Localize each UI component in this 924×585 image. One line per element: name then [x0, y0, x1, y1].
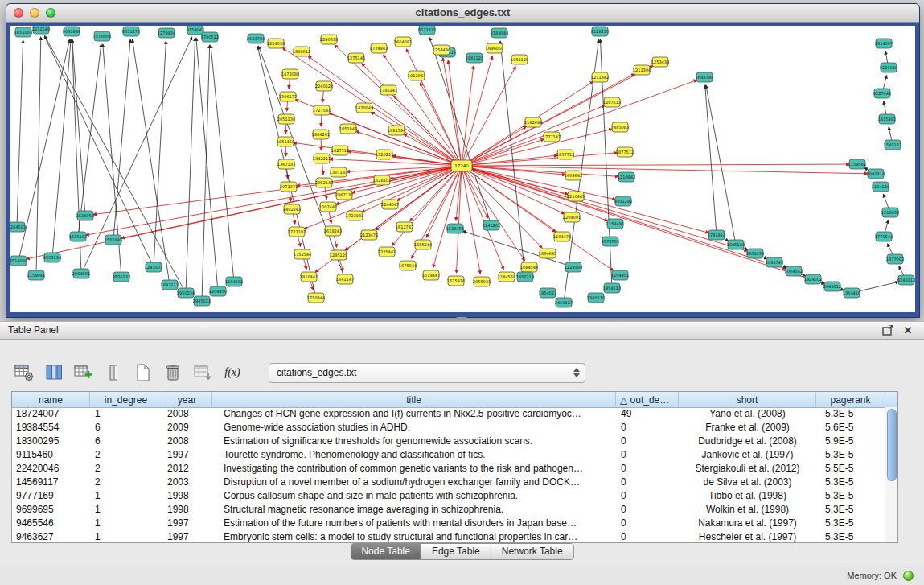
- add-column-button[interactable]: [72, 362, 95, 383]
- scrollbar-thumb[interactable]: [887, 409, 897, 481]
- close-window-button[interactable]: [14, 8, 23, 18]
- cell-title[interactable]: Corpus callosum shape and size in male p…: [212, 489, 616, 503]
- network-node[interactable]: 1216642: [618, 172, 635, 182]
- splitter-handle[interactable]: [456, 317, 467, 320]
- network-node[interactable]: 1284503: [10, 222, 26, 232]
- network-node[interactable]: 1306177: [279, 92, 297, 101]
- cell-pagerank[interactable]: 5.3E-5: [816, 407, 885, 421]
- tab-network-table[interactable]: Network Table: [491, 544, 573, 559]
- network-node[interactable]: 1648794: [696, 72, 713, 82]
- network-node[interactable]: 1884201: [312, 130, 330, 139]
- cell-name[interactable]: 9465546: [12, 517, 90, 530]
- network-node[interactable]: 6141201: [483, 220, 500, 230]
- network-node[interactable]: 1877512: [616, 147, 634, 157]
- cell-name[interactable]: 9463627: [12, 530, 90, 542]
- cell-out-degree[interactable]: 0: [616, 448, 679, 462]
- network-node[interactable]: 1604642: [565, 171, 582, 180]
- cell-pagerank[interactable]: 5.3E-5: [816, 489, 885, 503]
- network-node[interactable]: 2204091: [563, 212, 581, 222]
- network-node[interactable]: 2244047: [381, 200, 399, 209]
- network-node[interactable]: 4579701: [602, 237, 619, 246]
- network-node[interactable]: 1420049: [355, 103, 373, 113]
- table-row[interactable]: 2242004622012Investigating the contribut…: [12, 462, 885, 476]
- network-node[interactable]: 1881594: [388, 126, 405, 135]
- cell-out-degree[interactable]: 0: [616, 517, 679, 530]
- cell-short[interactable]: Dudbridge et al. (2008): [679, 435, 816, 448]
- network-node[interactable]: 2945021: [193, 296, 211, 306]
- network-node[interactable]: 1981120: [466, 53, 483, 63]
- network-node[interactable]: 8651276: [122, 27, 140, 36]
- network-node[interactable]: 1675936: [447, 276, 465, 286]
- network-node[interactable]: 1641147: [336, 274, 354, 284]
- network-node[interactable]: 1210653: [881, 208, 899, 217]
- float-panel-icon[interactable]: [882, 324, 895, 336]
- cell-short[interactable]: Nakamura et al. (1997): [679, 517, 816, 530]
- network-node[interactable]: 1501945: [105, 235, 122, 245]
- cell-title[interactable]: Embryonic stem cells: a model to study s…: [212, 530, 616, 542]
- cell-year[interactable]: 1997: [162, 448, 212, 462]
- network-node[interactable]: 1727541: [313, 105, 331, 115]
- network-node[interactable]: 2450127: [555, 298, 573, 307]
- network-node[interactable]: 1696050: [486, 43, 503, 53]
- cell-short[interactable]: Wolkin et al. (1998): [679, 503, 816, 517]
- cell-in-degree[interactable]: 2: [90, 476, 162, 489]
- cell-year[interactable]: 2008: [162, 407, 212, 421]
- cell-in-degree[interactable]: 6: [90, 435, 162, 448]
- cell-short[interactable]: Hescheler et al. (1997): [679, 530, 816, 542]
- network-node[interactable]: 4501292: [614, 196, 632, 206]
- cell-name[interactable]: 9115460: [12, 448, 90, 462]
- cell-name[interactable]: 18300295: [12, 435, 90, 448]
- delete-table-button[interactable]: [162, 362, 184, 383]
- column-header-in-degree[interactable]: in_degree: [90, 392, 162, 407]
- table-row[interactable]: 946362711997Embryonic stem cells: a mode…: [12, 530, 885, 542]
- network-node[interactable]: 1914007: [875, 39, 893, 48]
- table-row[interactable]: 911546021997Tourette syndrome. Phenomeno…: [12, 448, 885, 462]
- zoom-window-button[interactable]: [46, 8, 55, 18]
- network-node[interactable]: 2051130: [277, 114, 295, 124]
- network-node[interactable]: 1287513: [603, 97, 621, 107]
- network-node[interactable]: 1415491: [878, 114, 896, 124]
- network-node[interactable]: 1091314: [867, 169, 885, 179]
- network-node[interactable]: 9505134: [43, 253, 61, 262]
- network-node[interactable]: 1253439: [651, 57, 669, 67]
- network-node[interactable]: 1211304: [633, 65, 651, 75]
- network-node[interactable]: 2516053: [76, 211, 94, 220]
- network-node[interactable]: 1204450: [209, 286, 227, 296]
- network-node[interactable]: 1275141: [347, 53, 365, 63]
- table-row[interactable]: 977716911998Corpus callosum shape and si…: [12, 489, 885, 503]
- network-node[interactable]: 8183044: [491, 28, 508, 38]
- network-node[interactable]: 1159581: [848, 159, 866, 169]
- network-node[interactable]: 1184560: [498, 272, 515, 282]
- network-node[interactable]: 1664643: [539, 249, 556, 258]
- network-node[interactable]: 7225442: [378, 247, 396, 257]
- cell-name[interactable]: 19384554: [12, 421, 90, 435]
- network-node[interactable]: 1851459: [277, 137, 294, 146]
- cell-title[interactable]: Estimation of the future numbers of pati…: [212, 517, 616, 530]
- cell-title[interactable]: Disruption of a novel member of a sodium…: [212, 476, 616, 489]
- network-node[interactable]: 1924502: [804, 274, 822, 284]
- cell-name[interactable]: 18724007: [12, 407, 90, 421]
- network-node[interactable]: 9031938: [63, 27, 80, 36]
- cell-year[interactable]: 1998: [162, 503, 212, 517]
- table-row[interactable]: 1938455462009Genome-wide association stu…: [12, 421, 885, 435]
- network-node[interactable]: 2162698: [524, 117, 542, 127]
- network-node[interactable]: 1104478: [553, 232, 571, 241]
- import-table-button[interactable]: [191, 362, 214, 383]
- network-node[interactable]: 1427512: [331, 146, 349, 155]
- network-node[interactable]: 1860012: [293, 47, 310, 56]
- cell-short[interactable]: Tibbo et al. (1998): [679, 489, 816, 503]
- cell-out-degree[interactable]: 0: [616, 421, 679, 435]
- table-scrollbar[interactable]: [885, 407, 897, 542]
- function-builder-button[interactable]: f(x): [221, 362, 244, 383]
- cell-year[interactable]: 2008: [162, 435, 212, 448]
- cell-short[interactable]: Franke et al. (2009): [679, 421, 816, 435]
- network-node[interactable]: 7570003: [93, 31, 111, 41]
- network-node[interactable]: 7485083: [611, 122, 629, 132]
- network-node[interactable]: 1279934: [158, 28, 175, 38]
- column-header-year[interactable]: year: [162, 392, 212, 407]
- network-node[interactable]: 2945012: [823, 282, 841, 291]
- network-node[interactable]: 9245012: [897, 275, 915, 285]
- tab-node-table[interactable]: Node Table: [351, 544, 421, 559]
- cell-name[interactable]: 22420046: [12, 462, 90, 476]
- network-node[interactable]: 1954113: [603, 283, 621, 293]
